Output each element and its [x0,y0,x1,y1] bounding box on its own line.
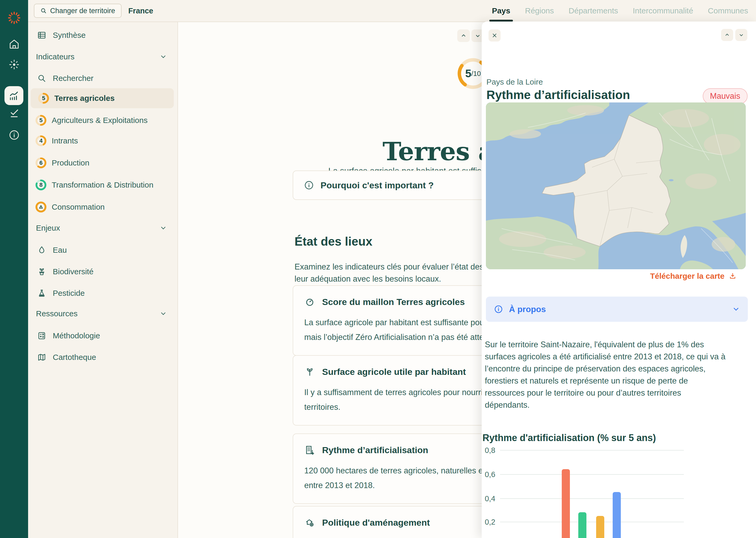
tab-regions[interactable]: Régions [525,0,554,22]
sidebar-item-label: Agriculteurs & Exploitations [52,116,148,125]
panel-previous-button[interactable] [721,29,733,41]
sun-icon[interactable] [0,57,28,72]
bar-chart: 0,8 0,6 0,4 0,2 [482,441,702,538]
app-logo-icon[interactable] [0,10,28,26]
close-panel-button[interactable] [489,29,500,41]
previous-indicator-button[interactable] [457,29,470,42]
status-badge: Mauvais [703,88,748,104]
bar-series-3 [596,516,604,538]
territory-level-tabs: Pays Régions Départements Intercommunali… [492,0,756,22]
water-drop-icon [36,245,48,255]
sidebar-item-label: Terres agricoles [54,94,115,103]
gridline [500,522,684,522]
score-ring-icon: 4 [35,135,47,147]
indicator-card-title: Politique d'aménagement [322,517,430,528]
sidebar-item-label: Pesticide [53,289,85,297]
tab-departements[interactable]: Départements [569,0,618,22]
sidebar-item-label: Rechercher [53,74,93,83]
section-title: État des lieux [295,234,372,248]
y-tick-label: 0,4 [482,494,495,503]
sidebar-item-consommation[interactable]: Consommation [28,197,177,217]
chevron-down-icon [160,53,167,60]
building-plus-icon [304,445,315,456]
change-territory-label: Changer de territoire [50,7,115,15]
tab-pays[interactable]: Pays [492,0,510,22]
sidebar-item-label: Production [52,158,89,167]
sidebar-item-biodiversite[interactable]: Biodiversité [28,262,177,282]
indicator-card-title: Surface agricole utile par habitant [322,367,466,377]
sidebar-item-cartotheque[interactable]: Cartotheque [28,347,177,367]
sidebar-item-synthese[interactable]: Synthèse [28,25,177,45]
sidebar-item-label: Transformation & Distribution [52,181,153,189]
app-window: Changer de territoire France Pays Région… [0,0,756,538]
info-circle-icon [494,304,503,314]
home-icon[interactable] [0,37,28,51]
sidebar-item-transformation[interactable]: 8 Transformation & Distribution [28,175,177,195]
gauge-icon [304,296,315,307]
house-plus-icon [304,517,315,528]
search-icon [40,7,47,14]
sidebar: Synthèse Indicateurs Rechercher 5 Terres… [28,22,178,538]
detail-panel: Pays de la Loire Rythme d’artificialisat… [482,22,756,538]
gridline [500,450,684,451]
sidebar-item-eau[interactable]: Eau [28,240,177,260]
score-ring-icon: 8 [35,179,47,191]
sidebar-item-pesticide[interactable]: Pesticide [28,283,177,303]
france-map[interactable] [486,102,746,269]
sidebar-item-methodologie[interactable]: Méthodologie [28,326,177,346]
tab-communes[interactable]: Communes [708,0,748,22]
checklist-icon[interactable] [0,106,28,120]
sidebar-item-agriculteurs[interactable]: 5 Agriculteurs & Exploitations [28,110,177,130]
info-icon[interactable] [0,128,28,142]
score-ring-icon: 5 [35,114,47,126]
gridline [500,474,684,475]
y-tick-label: 0,2 [482,518,495,526]
sprout-icon [304,366,315,377]
sidebar-item-production[interactable]: 6 Production [28,153,177,173]
chevron-down-icon [160,310,167,317]
chevron-down-icon [732,305,740,313]
gridline [500,498,684,499]
map-icon [36,352,48,362]
sidebar-item-label: Eau [53,245,67,254]
sidebar-item-terres-agricoles[interactable]: 5 Terres agricoles [31,88,174,108]
sidebar-item-label: Intrants [52,136,78,145]
plant-pot-icon [36,267,48,276]
why-important-label: Pourquoi c'est important ? [320,180,434,190]
warning-ring-icon [35,201,47,213]
bar-series-4 [613,492,621,538]
change-territory-button[interactable]: Changer de territoire [34,4,121,18]
score-ring-icon: 6 [35,157,47,169]
panel-next-button[interactable] [735,29,747,41]
panel-territory: Pays de la Loire [487,78,543,86]
tab-intercommunalite[interactable]: Intercommunalité [633,0,693,22]
table-icon [36,30,48,40]
sidebar-section-ressources[interactable]: Ressources [28,304,177,324]
sidebar-section-enjeux[interactable]: Enjeux [28,218,177,238]
flask-icon [36,289,48,298]
chevron-down-icon [160,224,167,232]
sidebar-section-indicateurs[interactable]: Indicateurs [28,47,177,67]
about-accordion[interactable]: À propos [486,296,748,322]
close-icon [492,33,497,38]
panel-title: Rythme d’artificialisation [487,88,630,102]
current-territory: France [128,7,153,15]
y-tick-label: 0,8 [482,446,495,455]
bar-series-2 [578,512,587,538]
indicator-card-title: Rythme d’artificialisation [322,445,428,455]
sidebar-item-label: Biodiversité [53,267,93,276]
sidebar-item-label: Consommation [52,202,105,211]
download-map-link[interactable]: Télécharger la carte [650,272,737,281]
download-icon [729,272,736,280]
indicator-card-title: Score du maillon Terres agricoles [322,297,465,307]
calculator-icon [36,331,48,341]
indicators-active-icon[interactable] [4,86,24,105]
about-label: À propos [509,304,546,314]
y-tick-label: 0,6 [482,470,495,479]
sidebar-item-rechercher[interactable]: Rechercher [28,68,177,88]
sidebar-item-intrants[interactable]: 4 Intrants [28,131,177,151]
topbar: Changer de territoire France Pays Région… [28,0,756,22]
sidebar-item-label: Méthodologie [53,331,100,340]
bar-series-1 [562,469,570,538]
sidebar-item-label: Cartotheque [53,353,96,362]
